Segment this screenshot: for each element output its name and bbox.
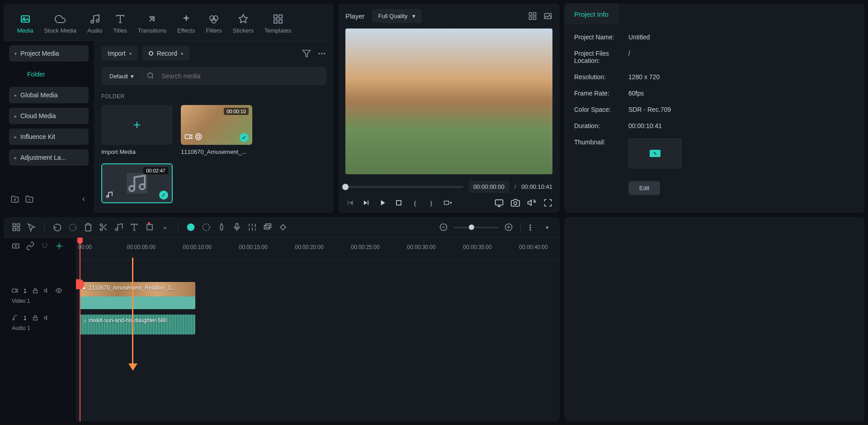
undo-icon[interactable]	[53, 223, 62, 232]
svg-point-11	[319, 53, 320, 54]
svg-point-3	[96, 19, 99, 22]
scrub-handle[interactable]	[342, 184, 349, 190]
visibility-icon[interactable]	[56, 287, 62, 295]
stop-icon[interactable]	[394, 198, 403, 207]
audio-clip[interactable]: ♪mixkit-sun-and-his-daughter-580	[80, 315, 195, 334]
expand-icon[interactable]: »	[160, 223, 170, 232]
tab-filters[interactable]: Filters	[201, 11, 226, 37]
sidebar-item-cloud-media[interactable]: ▸Cloud Media	[9, 108, 89, 124]
sidebar-item-folder[interactable]: Folder	[9, 66, 89, 82]
filters-icon	[208, 14, 219, 24]
svg-point-13	[324, 53, 325, 54]
sidebar-item-influence-kit[interactable]: ▸Influence Kit	[9, 129, 89, 145]
delete-icon[interactable]	[84, 223, 93, 232]
keyframe-icon[interactable]	[278, 223, 288, 232]
view-options-icon[interactable]	[528, 223, 537, 232]
auto-ripple-icon[interactable]	[55, 241, 63, 251]
mute-icon[interactable]	[44, 315, 50, 322]
render-icon[interactable]	[202, 223, 211, 232]
thumbnail-preview[interactable]: ✎	[628, 138, 682, 168]
mark-in-icon[interactable]: {	[410, 198, 420, 207]
edit-button[interactable]: Edit	[628, 181, 660, 195]
scope-icon[interactable]	[543, 11, 552, 21]
redo-icon[interactable]	[68, 223, 77, 232]
tab-audio[interactable]: Audio	[83, 11, 107, 37]
svg-rect-52	[33, 290, 37, 293]
fullscreen-icon[interactable]	[543, 198, 552, 207]
svg-point-35	[100, 229, 103, 231]
cursor-icon[interactable]	[27, 223, 36, 232]
delete-folder-icon[interactable]	[25, 195, 33, 205]
display-icon[interactable]	[495, 198, 504, 207]
snapshot-icon[interactable]	[511, 198, 520, 207]
sidebar-item-project-media[interactable]: ▾Project Media	[9, 45, 89, 62]
zoom-in-icon[interactable]	[504, 223, 513, 232]
dropdown-icon[interactable]: ▾	[542, 223, 552, 232]
text-tool-icon[interactable]	[130, 223, 139, 232]
video-clip[interactable]: ▸1110670_Amusement_Relation_1...	[80, 282, 195, 309]
volume-icon[interactable]	[527, 198, 536, 207]
zoom-handle[interactable]	[469, 224, 474, 230]
mute-icon[interactable]	[44, 287, 50, 295]
more-icon[interactable]	[317, 48, 326, 59]
new-folder-icon[interactable]	[11, 195, 19, 205]
plus-icon: +	[133, 118, 141, 132]
scrub-bar[interactable]	[345, 186, 463, 188]
tab-media[interactable]: Media	[13, 11, 38, 37]
ratio-icon[interactable]: ▾	[443, 198, 452, 207]
crop-icon[interactable]	[145, 223, 154, 232]
tab-stickers[interactable]: Stickers	[228, 11, 258, 37]
search-input[interactable]	[159, 70, 322, 82]
collapse-sidebar-icon[interactable]	[80, 196, 87, 204]
audio-tool-icon[interactable]	[114, 223, 123, 232]
svg-point-29	[514, 202, 517, 205]
svg-point-2	[91, 20, 94, 23]
tab-transitions[interactable]: Transitions	[133, 11, 171, 37]
svg-rect-30	[13, 224, 16, 227]
mixer-icon[interactable]	[248, 223, 257, 232]
media-item-video[interactable]: 00:00:10 ✓ 1110670_Amusement_...	[181, 105, 252, 155]
tab-titles[interactable]: Titles	[108, 11, 132, 37]
quality-select[interactable]: Full Quality▾	[372, 9, 422, 23]
timeline-tracks[interactable]: 00:00 00:00:05:00 00:00:10:00 00:00:15:0…	[76, 238, 560, 421]
prev-frame-icon[interactable]	[345, 198, 354, 207]
sidebar-item-global-media[interactable]: ▸Global Media	[9, 87, 89, 103]
edit-thumbnail-icon: ✎	[650, 150, 660, 157]
media-item-import[interactable]: + Import Media	[101, 105, 173, 155]
ai-icon[interactable]	[186, 223, 195, 232]
magnet-icon[interactable]	[41, 241, 49, 251]
sidebar-item-adjustment-layer[interactable]: ▸Adjustment La...	[9, 149, 89, 166]
zoom-slider[interactable]	[453, 227, 499, 228]
add-track-icon[interactable]	[12, 241, 20, 251]
tab-project-info[interactable]: Project Info	[564, 4, 618, 24]
record-button[interactable]: Record▾	[142, 46, 189, 61]
tab-effects[interactable]: Effects	[173, 11, 200, 37]
playhead[interactable]	[80, 238, 80, 421]
lock-icon[interactable]	[32, 287, 38, 295]
layout-icon[interactable]	[12, 223, 21, 232]
marker-icon[interactable]	[217, 223, 226, 232]
mic-icon[interactable]	[232, 223, 241, 232]
timeline-ruler[interactable]: 00:00 00:00:05:00 00:00:10:00 00:00:15:0…	[76, 238, 560, 260]
preview-viewport[interactable]	[345, 29, 552, 174]
media-item-audio[interactable]: 00:02:47 ✓	[101, 163, 173, 203]
text-icon	[115, 14, 126, 24]
folder-heading: FOLDER	[101, 93, 326, 100]
group-icon[interactable]	[263, 223, 272, 232]
zoom-out-icon[interactable]	[439, 223, 448, 232]
svg-rect-37	[147, 224, 152, 230]
tab-stock-media[interactable]: Stock Media	[39, 11, 81, 37]
tab-templates[interactable]: Templates	[260, 11, 296, 37]
svg-point-36	[116, 229, 118, 231]
play-icon[interactable]	[378, 198, 387, 207]
filter-icon[interactable]	[302, 48, 311, 59]
mark-out-icon[interactable]: }	[427, 198, 436, 207]
import-button[interactable]: Import▾	[101, 46, 138, 61]
split-icon[interactable]	[99, 223, 108, 232]
lock-icon[interactable]	[32, 315, 38, 322]
step-back-icon[interactable]	[362, 198, 371, 207]
audio-thumb-icon	[127, 173, 147, 194]
grid-view-icon[interactable]	[528, 11, 537, 21]
link-icon[interactable]	[26, 241, 34, 251]
sort-button[interactable]: Default▾	[106, 71, 137, 81]
